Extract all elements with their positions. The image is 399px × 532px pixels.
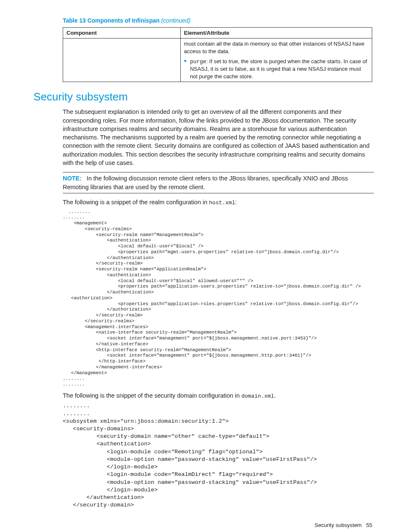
footer-text: Security subsystem (315, 522, 362, 528)
code-block-1: ........ ........ <management> <security… (63, 209, 374, 388)
intro1-mono: host.xml (209, 200, 235, 206)
table-caption-continued: (continued) (161, 17, 190, 24)
table-header-component: Component (63, 27, 181, 39)
table-header-row: Component Element/Attribute (63, 27, 372, 39)
bullet-icon: • (184, 59, 187, 64)
table-bullet-text: purge: If set to true, the store is purg… (190, 58, 368, 80)
intro1-post: : (235, 199, 237, 206)
note-text: In the following discussion remote clien… (63, 175, 348, 190)
table-caption: Table 13 Components of Infinispan (conti… (63, 17, 374, 25)
components-table: Component Element/Attribute must contain… (63, 27, 372, 82)
body-paragraph: The subsequent explanation is intended o… (63, 108, 374, 167)
intro2-post: . (274, 392, 276, 399)
intro2-mono: domain.xml (241, 393, 274, 399)
table-cell-element: must contain all the data in memory so t… (180, 39, 372, 82)
table-cell-component (63, 39, 181, 82)
code-intro-2: The following is the snippet of the secu… (63, 392, 374, 400)
bullet-rest: : If set to true, the store is purged wh… (190, 58, 367, 80)
intro1-pre: The following is a snippet of the realm … (63, 199, 209, 206)
table-cell-para: must contain all the data in memory so t… (184, 40, 368, 55)
code-intro-1: The following is a snippet of the realm … (63, 198, 374, 207)
code-block-2: ........ ........ <subsystem xmlns="urn:… (63, 402, 374, 509)
bullet-code: purge (190, 59, 206, 65)
note-block: NOTE:In the following discussion remote … (63, 172, 374, 193)
section-heading: Security subsystem (33, 90, 374, 104)
table-header-element: Element/Attribute (180, 27, 372, 39)
table-row: must contain all the data in memory so t… (63, 39, 372, 82)
note-label: NOTE: (63, 175, 82, 182)
footer-page-number: 55 (366, 522, 372, 528)
table-caption-strong: Table 13 Components of Infinispan (63, 17, 160, 24)
page-footer: Security subsystem 55 (25, 522, 374, 529)
intro2-pre: The following is the snippet of the secu… (63, 392, 241, 399)
table-bullet-item: • purge: If set to true, the store is pu… (184, 58, 368, 80)
